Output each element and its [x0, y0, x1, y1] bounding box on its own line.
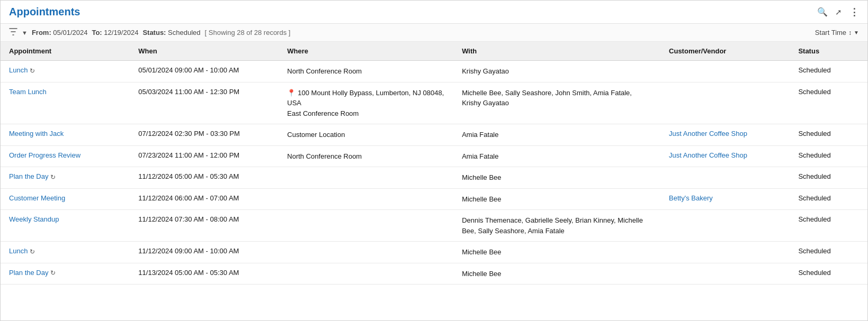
sort-dropdown-icon[interactable]: ▼ — [854, 30, 859, 35]
cell-where — [279, 263, 453, 285]
cell-when: 11/13/2024 05:00 AM - 05:30 AM — [130, 263, 279, 285]
cell-appointment: Plan the Day↻ — [1, 167, 130, 189]
cell-where — [279, 167, 453, 189]
page-title: Appointments — [9, 6, 80, 18]
table-row: Plan the Day↻11/12/2024 05:00 AM - 05:30… — [1, 167, 867, 189]
filter-chevron-icon[interactable]: ▼ — [22, 30, 28, 36]
cell-status: Scheduled — [790, 167, 867, 189]
cell-status: Scheduled — [790, 210, 867, 242]
cell-where: 📍100 Mount Holly Bypass, Lumberton, NJ 0… — [279, 82, 453, 124]
search-icon[interactable]: 🔍 — [817, 7, 828, 17]
sort-control[interactable]: Start Time ↕ ▼ — [815, 29, 859, 36]
cell-appointment: Order Progress Review — [1, 145, 130, 167]
col-header-customer: Customer/Vendor — [660, 42, 790, 61]
col-header-when: When — [130, 42, 279, 61]
table-row: Customer Meeting11/12/2024 06:00 AM - 07… — [1, 188, 867, 210]
appointment-link[interactable]: Plan the Day — [9, 269, 48, 277]
table-header-row: Appointment When Where With Customer/Ven… — [1, 42, 867, 61]
cell-where — [279, 242, 453, 263]
with-names: Michelle Bee — [462, 247, 652, 258]
cell-when: 11/12/2024 09:00 AM - 10:00 AM — [130, 242, 279, 263]
appointment-link[interactable]: Order Progress Review — [9, 151, 80, 159]
col-header-where: Where — [279, 42, 453, 61]
cell-status: Scheduled — [790, 188, 867, 210]
recurring-icon: ↻ — [50, 269, 56, 277]
cell-with: Michelle Bee — [453, 242, 660, 263]
cell-customer-vendor — [660, 61, 790, 82]
cell-where: Customer Location — [279, 124, 453, 146]
cell-when: 07/12/2024 02:30 PM - 03:30 PM — [130, 124, 279, 146]
cell-with: Michelle Bee — [453, 167, 660, 189]
cell-with: Amia Fatale — [453, 145, 660, 167]
cell-customer-vendor: Just Another Coffee Shop — [660, 124, 790, 146]
with-names: Michelle Bee — [462, 172, 652, 183]
cell-customer-vendor — [660, 167, 790, 189]
sort-icon: ↕ — [848, 29, 852, 36]
customer-vendor-link[interactable]: Just Another Coffee Shop — [669, 151, 747, 159]
recurring-icon: ↻ — [50, 173, 56, 181]
appointment-link[interactable]: Lunch — [9, 66, 28, 74]
appointment-link[interactable]: Customer Meeting — [9, 194, 65, 202]
col-header-with: With — [453, 42, 660, 61]
table-row: Meeting with Jack07/12/2024 02:30 PM - 0… — [1, 124, 867, 146]
with-names: Michelle Bee, Sally Seashore, John Smith… — [462, 88, 652, 108]
header-actions: 🔍 ➚ ⋮ — [817, 6, 859, 18]
appointment-link[interactable]: Meeting with Jack — [9, 130, 64, 137]
customer-vendor-link[interactable]: Just Another Coffee Shop — [669, 130, 747, 137]
expand-icon[interactable]: ➚ — [835, 7, 842, 17]
cell-when: 11/12/2024 06:00 AM - 07:00 AM — [130, 188, 279, 210]
cell-appointment: Plan the Day↻ — [1, 263, 130, 285]
cell-customer-vendor: Just Another Coffee Shop — [660, 145, 790, 167]
with-names: Dennis Themenace, Gabrielle Seely, Brian… — [462, 215, 652, 236]
cell-appointment: Customer Meeting — [1, 188, 130, 210]
cell-appointment: Lunch↻ — [1, 242, 130, 263]
appointment-link[interactable]: Plan the Day — [9, 172, 48, 180]
cell-with: Michelle Bee — [453, 188, 660, 210]
location-pin-icon: 📍 — [287, 89, 296, 97]
cell-where — [279, 210, 453, 242]
sort-label: Start Time — [815, 29, 846, 36]
filter-bar: ▼ From: 05/01/2024 To: 12/19/2024 Status… — [1, 24, 867, 42]
filter-left: ▼ From: 05/01/2024 To: 12/19/2024 Status… — [9, 28, 290, 37]
cell-where — [279, 188, 453, 210]
cell-with: Krishy Gayatao — [453, 61, 660, 82]
appointments-table-container: Appointment When Where With Customer/Ven… — [1, 42, 867, 285]
app-header: Appointments 🔍 ➚ ⋮ — [1, 1, 867, 24]
with-names: Michelle Bee — [462, 194, 652, 205]
filter-icon[interactable] — [9, 28, 17, 37]
with-names: Amia Fatale — [462, 151, 652, 162]
recurring-icon: ↻ — [30, 67, 35, 75]
cell-appointment: Meeting with Jack — [1, 124, 130, 146]
appointments-table: Appointment When Where With Customer/Ven… — [1, 42, 867, 285]
col-header-appointment: Appointment — [1, 42, 130, 61]
cell-when: 11/12/2024 07:30 AM - 08:00 AM — [130, 210, 279, 242]
table-row: Weekly Standup11/12/2024 07:30 AM - 08:0… — [1, 210, 867, 242]
cell-appointment: Team Lunch — [1, 82, 130, 124]
cell-status: Scheduled — [790, 263, 867, 285]
customer-vendor-link[interactable]: Betty's Bakery — [669, 194, 713, 202]
cell-status: Scheduled — [790, 145, 867, 167]
cell-customer-vendor — [660, 82, 790, 124]
with-names: Krishy Gayatao — [462, 66, 652, 77]
cell-when: 05/03/2024 11:00 AM - 12:30 PM — [130, 82, 279, 124]
table-row: Order Progress Review07/23/2024 11:00 AM… — [1, 145, 867, 167]
cell-customer-vendor — [660, 210, 790, 242]
cell-customer-vendor — [660, 242, 790, 263]
appointment-link[interactable]: Weekly Standup — [9, 215, 59, 223]
cell-with: Michelle Bee, Sally Seashore, John Smith… — [453, 82, 660, 124]
cell-with: Amia Fatale — [453, 124, 660, 146]
table-row: Plan the Day↻11/13/2024 05:00 AM - 05:30… — [1, 263, 867, 285]
appointment-link[interactable]: Lunch — [9, 247, 28, 255]
filter-status-label: Status: Scheduled — [142, 29, 200, 36]
filter-count: [ Showing 28 of 28 records ] — [205, 29, 291, 36]
appointment-link[interactable]: Team Lunch — [9, 88, 47, 96]
cell-where: North Conference Room — [279, 145, 453, 167]
with-names: Michelle Bee — [462, 269, 652, 279]
cell-appointment: Lunch↻ — [1, 61, 130, 82]
filter-to-label: To: 12/19/2024 — [92, 29, 138, 36]
cell-customer-vendor: Betty's Bakery — [660, 188, 790, 210]
table-row: Lunch↻05/01/2024 09:00 AM - 10:00 AMNort… — [1, 61, 867, 82]
more-menu-icon[interactable]: ⋮ — [849, 6, 859, 18]
cell-with: Dennis Themenace, Gabrielle Seely, Brian… — [453, 210, 660, 242]
cell-where: North Conference Room — [279, 61, 453, 82]
